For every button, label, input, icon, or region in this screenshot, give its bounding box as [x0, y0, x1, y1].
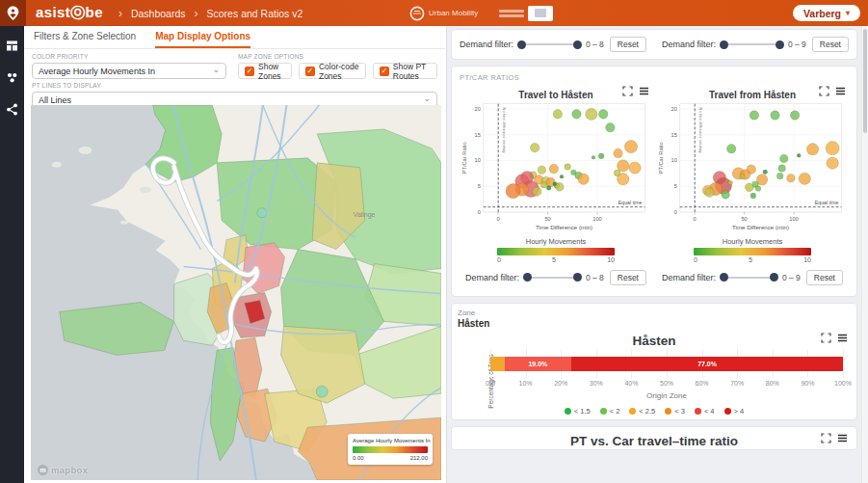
legend-item: < 3 [665, 407, 685, 416]
app-logo[interactable] [0, 0, 26, 26]
slider-handle-min[interactable] [720, 40, 728, 49]
bar-segment[interactable] [490, 357, 505, 371]
axis-tick-label: 20% [554, 380, 567, 387]
scatter-plot-travel-to[interactable]: 05010005101520No time difference existin… [460, 98, 652, 236]
scatter-plot-travel-from[interactable]: 05010005101520No time difference existin… [656, 98, 849, 236]
demand-filter-slider[interactable] [722, 277, 776, 279]
axis-tick-label: 70% [730, 380, 744, 387]
color-priority-value: Average Hourly Movements In [39, 67, 155, 76]
demand-filter-slider[interactable] [525, 277, 580, 279]
demand-filter-slider[interactable] [519, 43, 580, 45]
menu-icon[interactable] [837, 433, 848, 443]
panel-tabs: Filters & Zone Selection Map Display Opt… [24, 26, 445, 49]
map-legend-min: 0.00 [353, 455, 364, 461]
chevron-down-icon: ⌄ [423, 94, 431, 103]
clusters-icon[interactable] [6, 71, 18, 84]
bar-segment[interactable]: 19.0% [505, 357, 572, 371]
reset-button[interactable]: Reset [806, 270, 843, 285]
reset-button[interactable]: Reset [812, 37, 849, 52]
colorbar-tick: 5 [749, 256, 752, 263]
map-controls-row: COLOR PRIORITY Average Hourly Movements … [24, 49, 445, 82]
map-legend-max: 212.00 [410, 455, 428, 461]
slider-handle-max[interactable] [770, 273, 778, 282]
svg-text:20: 20 [475, 106, 481, 112]
demand-filter-label: Demand filter: [662, 40, 716, 49]
stacked-bar-chart: Percentage of Trips 19.0%77.0% 0%10%20%3… [490, 349, 843, 405]
slider-handle-min[interactable] [517, 40, 526, 49]
slider-handle-max[interactable] [573, 40, 582, 49]
zone-name: Håsten [458, 318, 851, 329]
axis-tick-label: 90% [801, 380, 814, 387]
legend-item: < 2.5 [629, 407, 655, 416]
color-priority-select[interactable]: Average Hourly Movements In ⌄ [32, 63, 226, 79]
zone-label: Zone [458, 309, 851, 317]
demand-filters-card: Demand filter:0 – 8Reset Demand filter:0… [451, 29, 857, 60]
pt-car-ratios-card: PT/CAR RATIOS Travel to Håsten 050100051… [451, 66, 857, 297]
demand-filter-label: Demand filter: [460, 40, 513, 49]
slider-handle-min[interactable] [523, 273, 532, 282]
section-title: PT/CAR RATIOS [460, 73, 851, 82]
reset-button[interactable]: Reset [610, 270, 646, 285]
region-selector-button[interactable]: Varberg ▾ [793, 5, 860, 21]
svg-text:50: 50 [741, 216, 747, 222]
demand-filter-range: 0 – 8 [586, 40, 604, 49]
tab-map-display-options[interactable]: Map Display Options [155, 26, 250, 48]
map-attribution[interactable]: m mapbox [38, 465, 88, 475]
demand-filter-label: Demand filter: [662, 273, 716, 282]
expand-icon[interactable] [819, 86, 829, 96]
brand-wordmark[interactable]: asistⓞbe [36, 4, 103, 22]
svg-text:15: 15 [671, 132, 677, 138]
menu-icon[interactable] [835, 86, 846, 96]
charts-panel: Demand filter:0 – 8Reset Demand filter:0… [446, 26, 861, 483]
pt-lines-label: PT LINES TO DISPLAY [32, 82, 437, 89]
tab-filters-zone-selection[interactable]: Filters & Zone Selection [34, 26, 136, 48]
svg-text:Time Difference (min): Time Difference (min) [732, 224, 789, 230]
expand-icon[interactable] [622, 86, 633, 96]
svg-text:Time Difference (min): Time Difference (min) [536, 224, 592, 230]
demand-filter-range: 0 – 9 [788, 40, 806, 49]
menu-icon[interactable] [639, 86, 649, 96]
reset-button[interactable]: Reset [610, 37, 646, 52]
map-legend-title: Average Hourly Movements In [353, 438, 428, 443]
map-color-legend: Average Hourly Movements In 0.00 212.00 [348, 434, 433, 465]
checkbox-color-code-zones[interactable]: ✓ Color-code Zones [299, 63, 366, 79]
partner-logo-mark [528, 6, 553, 21]
svg-text:No time difference existing: No time difference existing [502, 108, 507, 153]
svg-text:15: 15 [475, 132, 481, 138]
pin-person-icon [6, 6, 20, 21]
demand-filter-slider[interactable] [722, 43, 782, 45]
menu-icon[interactable] [837, 333, 848, 343]
color-priority-label: COLOR PRIORITY [32, 53, 226, 60]
breadcrumb-dashboards[interactable]: Dashboards [131, 8, 186, 19]
slider-handle-max[interactable] [776, 40, 784, 49]
scrollbar[interactable] [861, 26, 868, 483]
chart-title: Travel from Håsten [709, 90, 796, 100]
expand-icon[interactable] [821, 333, 831, 343]
expand-icon[interactable] [821, 433, 831, 443]
slider-handle-min[interactable] [720, 273, 728, 282]
demand-filter-range: 0 – 8 [586, 273, 604, 282]
checkbox-label: Show PT Routes [393, 62, 431, 81]
colorbar-gradient [497, 248, 615, 255]
checkbox-checked-icon: ✓ [380, 67, 389, 76]
svg-text:0: 0 [694, 216, 697, 222]
top-header: asistⓞbe › Dashboards › Scores and Ratio… [0, 0, 868, 26]
svg-text:100: 100 [789, 216, 799, 222]
colorbar-tick: 5 [552, 256, 556, 263]
breadcrumb-current-page: Scores and Ratios v2 [207, 8, 303, 19]
share-icon[interactable] [6, 103, 18, 116]
dashboard-layout-icon[interactable] [6, 40, 18, 52]
scatter-plot: 05010005101520No time difference existin… [460, 98, 652, 236]
scrollbar-thumb[interactable] [863, 29, 867, 133]
bar-segment[interactable]: 77.0% [571, 357, 843, 371]
zone-card: Zone Håsten Håsten Percentage of Trips 1… [451, 303, 857, 420]
checkbox-show-pt-routes[interactable]: ✓ Show PT Routes [373, 63, 437, 79]
partner-logo-text [499, 10, 524, 17]
map-canvas[interactable]: Valinge Average Hourly Movements In 0.00… [31, 105, 441, 480]
checkbox-show-zones[interactable]: ✓ Show Zones [238, 63, 292, 79]
slider-handle-max[interactable] [573, 273, 582, 282]
pt-vs-car-title: PT vs. Car travel–time ratio [570, 434, 738, 448]
eit-circle-icon [409, 6, 425, 21]
legend-item: < 2 [600, 407, 620, 416]
checkbox-label: Show Zones [258, 62, 285, 81]
